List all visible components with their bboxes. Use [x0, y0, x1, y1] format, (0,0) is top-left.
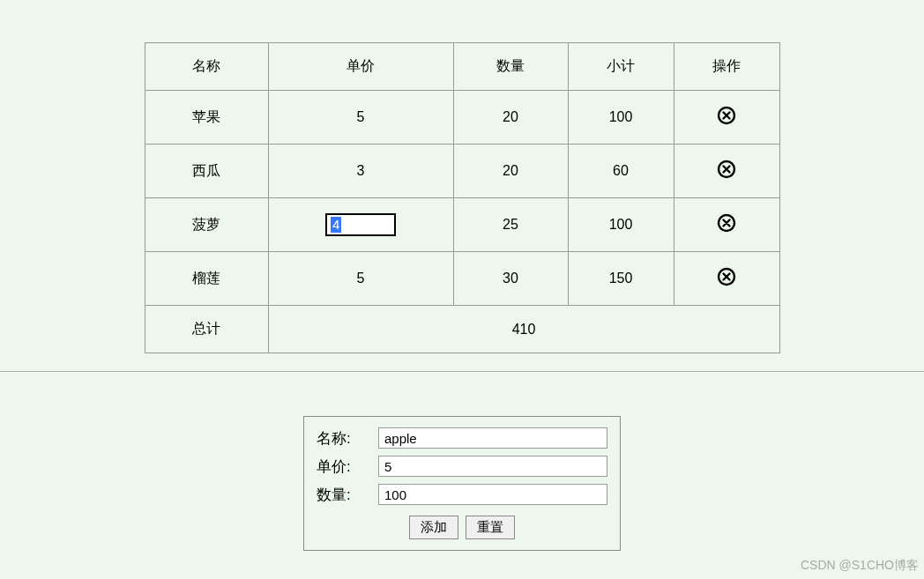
- cell-op: [674, 145, 779, 198]
- add-form: 名称: 单价: 数量: 添加 重置: [303, 416, 621, 551]
- form-name-input[interactable]: [378, 427, 607, 449]
- price-input[interactable]: 4: [325, 213, 396, 236]
- form-row-qty: 数量:: [317, 480, 607, 508]
- cell-name: 苹果: [145, 91, 268, 145]
- form-row-name: 名称:: [317, 424, 607, 452]
- cell-price[interactable]: 5: [268, 91, 453, 145]
- header-name: 名称: [145, 43, 268, 91]
- cell-subtotal: 150: [568, 252, 674, 306]
- delete-icon[interactable]: [716, 266, 737, 287]
- total-value: 410: [268, 306, 779, 353]
- price-input-value: 4: [331, 217, 341, 233]
- table-row: 菠萝425100: [145, 198, 779, 252]
- cell-name: 西瓜: [145, 145, 268, 198]
- cell-op: [674, 252, 779, 306]
- cell-qty: 30: [453, 252, 568, 306]
- form-name-label: 名称:: [317, 428, 378, 449]
- table-row: 苹果520100: [145, 91, 779, 145]
- table-total-row: 总计 410: [145, 306, 779, 353]
- add-button[interactable]: 添加: [409, 516, 458, 539]
- cell-name: 榴莲: [145, 252, 268, 306]
- delete-icon[interactable]: [716, 212, 737, 234]
- form-price-input[interactable]: [378, 456, 607, 477]
- header-subtotal: 小计: [568, 43, 674, 91]
- header-qty: 数量: [453, 43, 568, 91]
- cell-subtotal: 100: [568, 198, 674, 252]
- form-section: 名称: 单价: 数量: 添加 重置: [0, 372, 924, 577]
- form-price-label: 单价:: [317, 457, 378, 477]
- cell-subtotal: 100: [568, 91, 674, 145]
- cell-subtotal: 60: [568, 145, 674, 198]
- cell-name: 菠萝: [145, 198, 268, 252]
- table-row: 西瓜32060: [145, 145, 779, 198]
- cell-price[interactable]: 5: [268, 252, 453, 306]
- cell-qty: 25: [453, 198, 568, 252]
- delete-icon[interactable]: [716, 159, 737, 180]
- table-header-row: 名称 单价 数量 小计 操作: [145, 43, 779, 91]
- cell-qty: 20: [453, 91, 568, 145]
- form-row-price: 单价:: [317, 452, 607, 480]
- form-qty-label: 数量:: [317, 485, 378, 505]
- form-buttons: 添加 重置: [317, 508, 607, 539]
- total-label: 总计: [145, 306, 268, 353]
- cell-op: [674, 198, 779, 252]
- form-qty-input[interactable]: [378, 484, 607, 505]
- cell-op: [674, 91, 779, 145]
- header-op: 操作: [674, 43, 779, 91]
- delete-icon[interactable]: [716, 105, 737, 126]
- cell-qty: 20: [453, 145, 568, 198]
- fruit-table: 名称 单价 数量 小计 操作 苹果520100西瓜32060菠萝425100榴莲…: [145, 42, 780, 353]
- cell-price[interactable]: 3: [268, 145, 453, 198]
- reset-button[interactable]: 重置: [466, 516, 515, 539]
- table-section: 名称 单价 数量 小计 操作 苹果520100西瓜32060菠萝425100榴莲…: [0, 0, 924, 372]
- cell-price[interactable]: 4: [268, 198, 453, 252]
- header-price: 单价: [268, 43, 453, 91]
- table-row: 榴莲530150: [145, 252, 779, 306]
